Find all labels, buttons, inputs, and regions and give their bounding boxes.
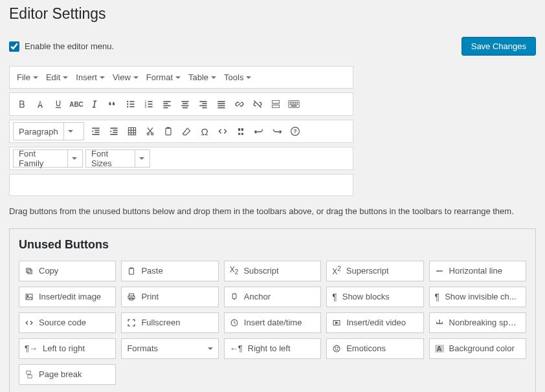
menu-insert[interactable]: Insert [72,69,109,86]
indent-icon[interactable] [105,122,123,140]
svg-rect-9 [148,101,152,102]
blockquote-icon[interactable] [104,95,122,113]
unused-showblocks-button[interactable]: ¶Show blocks [326,287,423,307]
editor-menu-bar: File Edit Insert View Format Table Tools [9,66,353,89]
keyboard-icon[interactable] [285,95,303,113]
unused-pagebreak-button[interactable]: Page break [19,364,116,385]
svg-rect-36 [290,103,291,105]
svg-rect-72 [27,371,30,374]
editor-toolbar-row4-empty[interactable] [9,174,353,196]
unused-subscript-button[interactable]: X2Subscript [224,261,321,281]
unused-nbsp-button[interactable]: Nonbreaking space [429,312,526,333]
enable-editor-menu-label[interactable]: Enable the editor menu. [9,41,114,52]
unused-datetime-button[interactable]: Insert date/time [224,312,321,333]
bullet-list-icon[interactable] [122,95,140,113]
svg-rect-23 [202,107,206,109]
menu-tools[interactable]: Tools [220,69,255,86]
svg-rect-22 [199,105,206,107]
unused-print-button[interactable]: Print [121,287,218,307]
table-icon[interactable] [123,122,141,140]
strikethrough-icon[interactable]: ABC [67,95,85,113]
svg-rect-18 [181,105,188,107]
font-sizes-dropdown[interactable]: Font Sizes [85,149,150,168]
enable-editor-menu-checkbox[interactable] [9,41,19,52]
ltr-icon: ¶→ [25,343,38,353]
svg-rect-37 [291,103,293,105]
svg-point-1 [127,103,128,105]
menu-edit[interactable]: Edit [42,69,72,86]
menu-format[interactable]: Format [142,69,184,86]
unused-ltr-button[interactable]: ¶→Left to right [19,338,116,359]
font-a-icon[interactable] [31,95,49,113]
paragraph-dropdown[interactable]: Paragraph [13,122,84,140]
svg-rect-43 [95,130,99,131]
svg-rect-47 [113,130,117,131]
anchor-icon [230,292,239,301]
align-center-icon[interactable] [176,95,194,113]
find-icon[interactable] [232,122,250,140]
italic-icon[interactable] [85,95,104,113]
redo-icon[interactable] [268,122,286,140]
align-right-icon[interactable] [194,95,212,113]
pilcrow-icon: ¶ [435,292,440,302]
clipboard-icon[interactable] [159,122,177,140]
menu-file[interactable]: File [13,69,42,86]
image-icon [25,292,34,301]
svg-rect-59 [129,268,134,274]
unused-emoticons-button[interactable]: Emoticons [326,338,423,359]
svg-rect-66 [232,294,236,299]
unused-rtl-button[interactable]: ←¶Right to left [224,338,321,359]
align-left-icon[interactable] [158,95,176,113]
eraser-icon[interactable] [177,122,195,140]
align-justify-icon[interactable] [212,95,230,113]
unused-superscript-button[interactable]: X2Superscript [326,261,423,281]
outdent-icon[interactable] [87,122,105,140]
code-icon[interactable] [214,122,232,140]
unlink-icon[interactable] [249,95,267,113]
link-icon[interactable] [230,95,249,113]
unused-source-button[interactable]: Source code [19,312,116,333]
svg-rect-38 [293,103,295,105]
font-family-dropdown[interactable]: Font Family [13,149,83,168]
underline-icon[interactable] [49,95,67,113]
unused-bgcolor-button[interactable]: ABackground color [429,338,526,359]
unused-invisible-button[interactable]: ¶Show invisible ch... [429,287,526,307]
svg-rect-25 [217,103,225,104]
special-char-icon[interactable]: Ω [195,122,214,140]
numbered-list-icon[interactable]: 123 [140,95,158,113]
unused-video-button[interactable]: Insert/edit video [326,312,423,333]
unused-copy-button[interactable]: Copy [19,261,116,281]
unused-paste-button[interactable]: Paste [121,261,218,281]
bold-icon[interactable] [13,95,31,113]
read-more-icon[interactable] [267,95,285,113]
svg-rect-46 [110,127,117,129]
superscript-icon: X2 [332,265,341,276]
nbsp-icon [435,318,444,327]
enable-editor-menu-text: Enable the editor menu. [25,41,114,51]
svg-rect-10 [148,103,152,105]
undo-icon[interactable] [250,122,268,140]
unused-hr-button[interactable]: Horizontal line [429,261,526,281]
menu-table[interactable]: Table [184,69,220,86]
unused-image-button[interactable]: Insert/edit image [19,287,116,307]
svg-rect-33 [293,102,295,103]
svg-rect-49 [110,134,117,135]
svg-rect-31 [290,102,291,103]
unused-anchor-button[interactable]: Anchor [224,287,321,307]
help-icon[interactable]: ? [286,122,304,140]
print-icon [127,292,136,301]
unused-formats-dropdown[interactable]: Formats [121,338,218,359]
unused-fullscreen-button[interactable]: Fullscreen [121,312,218,333]
caret-down-icon [208,347,213,350]
menu-view[interactable]: View [109,69,142,86]
svg-rect-26 [217,105,225,107]
svg-rect-20 [199,101,206,102]
pilcrow-icon: ¶ [332,292,337,302]
svg-point-2 [127,106,128,107]
svg-point-69 [333,345,340,352]
svg-rect-19 [183,107,188,109]
cut-icon[interactable] [141,122,159,140]
save-changes-button[interactable]: Save Changes [462,37,536,56]
svg-point-71 [337,347,338,348]
fullscreen-icon [127,318,136,327]
